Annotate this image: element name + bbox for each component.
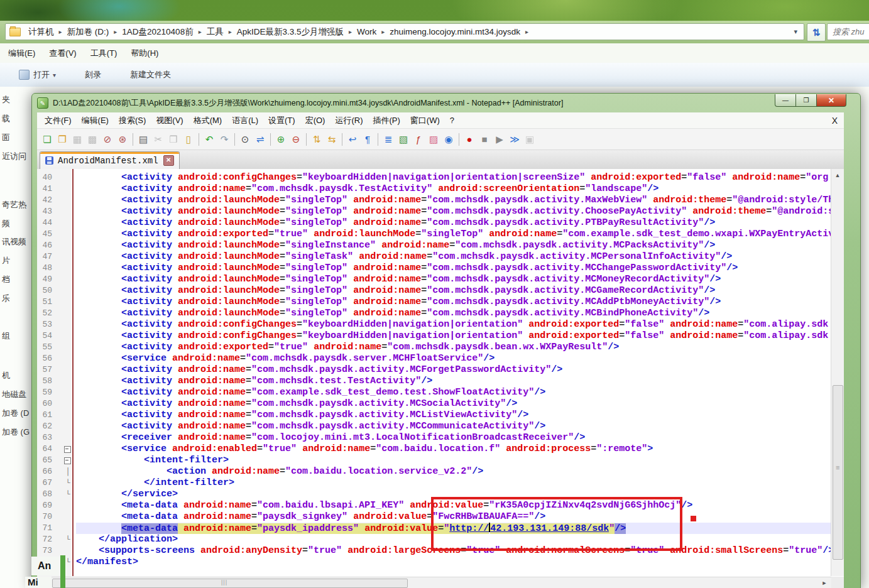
code-line-53[interactable]: <activity android:configChanges="keyboar… [76, 319, 831, 330]
undo-icon[interactable]: ↶ [202, 133, 216, 146]
sidebar-item[interactable]: 近访问 [2, 151, 26, 162]
fold-mark[interactable] [63, 330, 72, 342]
breadcrumb-item[interactable]: 工具 [204, 26, 226, 38]
save-all-icon[interactable]: ▩ [85, 133, 99, 146]
code-line-41[interactable]: <activity android:name="com.mchsdk.paysd… [76, 183, 831, 195]
vertical-scrollbar[interactable]: ▲ [831, 169, 844, 576]
fold-mark[interactable] [63, 444, 72, 455]
breadcrumb-arrow-icon[interactable]: ▸ [346, 28, 354, 35]
code-line-61[interactable]: <activity android:name="com.mchsdk.paysd… [76, 410, 831, 421]
fold-mark[interactable]: └ [63, 477, 72, 489]
fold-mark[interactable] [63, 297, 72, 308]
search-input[interactable]: 搜索 zhu [827, 23, 869, 40]
fold-mark[interactable] [63, 274, 72, 285]
macro-run-multiple-icon[interactable]: ≫ [508, 133, 522, 146]
code-line-56[interactable]: <service android:name="com.mchsdk.paysdk… [76, 353, 831, 364]
sidebar-item[interactable]: 频 [2, 218, 10, 229]
notepad-menu-item[interactable]: 运行(R) [330, 115, 368, 126]
cut-icon[interactable]: ✂ [151, 133, 165, 146]
notepad-menu-item[interactable]: ? [445, 116, 459, 125]
fold-mark[interactable] [63, 387, 72, 398]
fold-mark[interactable]: └ [63, 489, 72, 500]
breadcrumb-arrow-icon[interactable]: ▸ [226, 28, 234, 35]
tab-close-icon[interactable]: ✕ [163, 155, 174, 166]
code-line-54[interactable]: <activity android:configChanges="keyboar… [76, 330, 831, 342]
document-map-icon[interactable]: ▧ [396, 133, 410, 146]
breadcrumb-arrow-icon[interactable]: ▸ [57, 28, 65, 35]
explorer-menu-item[interactable]: 帮助(H) [124, 48, 165, 59]
sync-vertical-scrolling-icon[interactable]: ⇅ [310, 133, 324, 146]
sidebar-item[interactable]: 奇艺热 [2, 199, 26, 210]
breadcrumb-item[interactable]: zhuimeng.locojoy.mini.mt34.joysdk [387, 27, 523, 36]
breadcrumb-item[interactable]: Work [354, 27, 379, 36]
fold-mark[interactable] [63, 364, 72, 376]
notepad-menu-item[interactable]: 格式(M) [189, 115, 227, 126]
scroll-up-icon[interactable]: ▲ [831, 170, 844, 180]
macro-stop-icon[interactable]: ■ [478, 133, 491, 146]
show-all-characters-icon[interactable]: ¶ [361, 133, 374, 146]
code-line-65[interactable]: <intent-filter> [76, 455, 831, 466]
fold-mark[interactable] [63, 183, 72, 195]
fold-mark[interactable] [63, 455, 72, 466]
notepad-menu-item[interactable]: 编辑(E) [77, 115, 114, 126]
new-folder-button[interactable]: 新建文件夹 [130, 69, 171, 80]
fold-collapse-icon[interactable] [64, 457, 71, 464]
fold-mark[interactable] [63, 285, 72, 297]
zoom-in-icon[interactable]: ⊕ [274, 133, 288, 146]
close-document-icon[interactable]: ⊘ [101, 133, 114, 146]
sidebar-item[interactable]: 片 [2, 255, 10, 266]
open-button[interactable]: 打开 ▾ [19, 69, 56, 80]
code-line-47[interactable]: <activity android:launchMode="singleTask… [76, 251, 831, 263]
code-line-63[interactable]: <receiver android:name="com.locojoy.mini… [76, 432, 831, 444]
paste-icon[interactable]: ▯ [182, 133, 195, 146]
sidebar-item[interactable]: 面 [2, 132, 10, 143]
sidebar-item[interactable]: 夹 [2, 94, 10, 106]
horizontal-scrollbar[interactable]: ◄ ► [37, 577, 831, 588]
code-line-59[interactable]: <activity android:name="com.example.sdk_… [76, 387, 831, 398]
macro-record-icon[interactable]: ● [462, 133, 476, 146]
breadcrumb-item[interactable]: 1AD盘20210408前 [119, 26, 195, 38]
macro-play-icon[interactable]: ▶ [493, 133, 506, 146]
code-line-45[interactable]: <activity android:exported="true" androi… [76, 229, 831, 240]
notepad-menu-item[interactable]: 宏(O) [300, 115, 331, 126]
fold-mark[interactable] [63, 195, 72, 206]
sync-horizontal-scrolling-icon[interactable]: ⇆ [325, 133, 339, 146]
breadcrumb-item[interactable]: ApkIDE最新3.3.5少月增强版 [234, 26, 346, 38]
code-line-66[interactable]: <action android:name="com.baidu.location… [76, 466, 831, 477]
open-file-icon[interactable]: ❐ [55, 133, 69, 146]
notepad-menu-item[interactable]: 搜索(S) [114, 115, 151, 126]
fold-mark[interactable] [63, 308, 72, 319]
breadcrumb-arrow-icon[interactable]: ▸ [523, 28, 531, 35]
notepad-menu-item[interactable]: 语言(L) [227, 115, 263, 126]
replace-icon[interactable]: ⇌ [253, 133, 267, 146]
code-line-60[interactable]: <activity android:name="com.mchsdk.paysd… [76, 398, 831, 410]
fold-mark[interactable] [63, 229, 72, 240]
fold-mark[interactable] [63, 511, 72, 523]
zoom-out-icon[interactable]: ⊖ [289, 133, 303, 146]
code-line-42[interactable]: <activity android:launchMode="singleTop"… [76, 195, 831, 206]
fold-mark[interactable] [63, 217, 72, 229]
sidebar-item[interactable]: 加卷 (G [2, 427, 30, 438]
copy-icon[interactable]: ❒ [167, 133, 180, 146]
fold-mark[interactable] [63, 342, 72, 353]
explorer-menu-item[interactable]: 查看(V) [42, 48, 83, 59]
function-list-icon[interactable]: ƒ [412, 133, 425, 146]
sidebar-item[interactable]: 加卷 (D [2, 408, 29, 419]
sidebar-item[interactable]: 地磁盘 [2, 389, 26, 400]
fold-mark[interactable] [63, 319, 72, 330]
menubar-close-icon[interactable]: X [832, 116, 838, 126]
sidebar-item[interactable]: 组 [2, 330, 10, 342]
breadcrumb-arrow-icon[interactable]: ▸ [111, 28, 119, 35]
maximize-button[interactable]: ❐ [796, 94, 816, 107]
code-line-74[interactable]: </manifest> [76, 557, 831, 568]
code-line-67[interactable]: </intent-filter> [76, 477, 831, 489]
notepad-titlebar[interactable]: ✎ D:\1AD盘20210408前\工具\ApkIDE最新3.3.5少月增强版… [32, 94, 860, 112]
fold-mark[interactable] [63, 500, 72, 511]
fold-mark[interactable] [63, 353, 72, 364]
address-dropdown-icon[interactable]: ▾ [787, 28, 804, 36]
scroll-right-icon[interactable]: ► [820, 579, 829, 587]
address-field[interactable]: 计算机▸新加卷 (D:)▸1AD盘20210408前▸工具▸ApkIDE最新3.… [5, 23, 804, 40]
notepad-menu-item[interactable]: 插件(P) [368, 115, 405, 126]
new-file-icon[interactable]: ❏ [40, 133, 54, 146]
code-line-58[interactable]: <activity android:name="com.mchsdk.test.… [76, 376, 831, 387]
